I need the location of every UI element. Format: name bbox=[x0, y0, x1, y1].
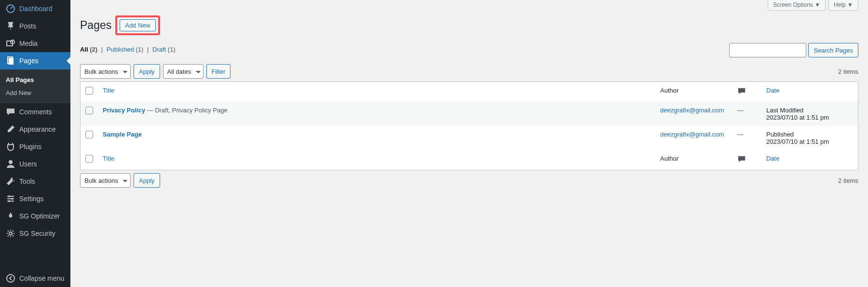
select-all-checkbox-foot[interactable] bbox=[85, 155, 93, 163]
col-author: Author bbox=[655, 82, 732, 102]
comment-bubble-icon bbox=[737, 155, 746, 164]
sidebar-label: SG Security bbox=[19, 230, 55, 237]
rocket-icon bbox=[6, 211, 15, 221]
status-filters: All (2) | Published (1) | Draft (1) bbox=[80, 46, 176, 53]
col-author-foot: Author bbox=[655, 150, 732, 170]
row-title-link[interactable]: Sample Page bbox=[103, 131, 142, 138]
svg-point-6 bbox=[8, 195, 10, 197]
svg-point-7 bbox=[11, 198, 13, 200]
search-button[interactable]: Search Pages bbox=[808, 43, 858, 57]
sidebar-item-pages[interactable]: Pages bbox=[0, 52, 70, 69]
search-row: Search Pages bbox=[729, 43, 858, 57]
item-count-bottom: 2 items bbox=[838, 177, 858, 184]
row-date: Published2023/07/10 at 1:51 pm bbox=[761, 126, 858, 150]
svg-point-9 bbox=[9, 232, 12, 235]
sidebar-label: Plugins bbox=[19, 143, 41, 150]
sidebar-item-comments[interactable]: Comments bbox=[0, 103, 70, 121]
select-all-checkbox[interactable] bbox=[85, 87, 93, 95]
sidebar-item-media[interactable]: Media bbox=[0, 35, 70, 52]
row-comments: — bbox=[732, 102, 761, 126]
help-button[interactable]: Help ▼ bbox=[828, 0, 858, 11]
svg-point-10 bbox=[7, 274, 14, 282]
brush-icon bbox=[6, 124, 15, 134]
add-new-highlight: Add New bbox=[115, 15, 160, 35]
sidebar-item-dashboard[interactable]: Dashboard bbox=[0, 0, 70, 17]
sidebar-label: Posts bbox=[19, 22, 36, 30]
wrench-icon bbox=[6, 177, 15, 186]
sidebar-label: Appearance bbox=[19, 125, 56, 133]
row-title-link[interactable]: Privacy Policy bbox=[103, 107, 145, 114]
bulk-actions-select-bottom[interactable]: Bulk actions bbox=[80, 173, 131, 188]
collapse-icon bbox=[6, 273, 15, 283]
search-input[interactable] bbox=[729, 43, 806, 57]
filter-all[interactable]: All (2) bbox=[80, 46, 97, 53]
topbar: Screen Options ▼ Help ▼ bbox=[80, 0, 858, 11]
comments-icon bbox=[6, 107, 15, 117]
page-title: Pages bbox=[80, 19, 111, 32]
apply-button[interactable]: Apply bbox=[134, 64, 160, 79]
sidebar-item-plugins[interactable]: Plugins bbox=[0, 138, 70, 155]
col-comments bbox=[732, 82, 761, 102]
dates-select[interactable]: All dates bbox=[163, 64, 203, 79]
filter-draft[interactable]: Draft (1) bbox=[152, 46, 176, 53]
bulk-actions-select[interactable]: Bulk actions bbox=[80, 64, 131, 79]
sidebar-label: Dashboard bbox=[19, 5, 53, 13]
row-meta: — Draft, Privacy Policy Page bbox=[145, 107, 228, 114]
sidebar-label: Comments bbox=[19, 108, 52, 116]
row-author-link[interactable]: deezgrafix@gmail.com bbox=[660, 107, 724, 114]
sidebar-sub-add-new[interactable]: Add New bbox=[0, 86, 70, 99]
sidebar-submenu: All Pages Add New bbox=[0, 69, 70, 103]
pages-icon bbox=[6, 56, 15, 66]
sidebar-label: Users bbox=[19, 160, 37, 168]
tablenav-bottom: Bulk actions Apply 2 items bbox=[80, 173, 858, 188]
add-new-button[interactable]: Add New bbox=[120, 19, 156, 31]
sidebar-label: Pages bbox=[19, 57, 39, 65]
admin-sidebar: Dashboard Posts Media Pages All Pages Ad… bbox=[0, 0, 70, 287]
svg-rect-4 bbox=[9, 58, 14, 65]
table-row: Sample Page deezgrafix@gmail.com — Publi… bbox=[81, 126, 858, 150]
gear-icon bbox=[6, 229, 15, 238]
main-content: Screen Options ▼ Help ▼ Pages Add New Al… bbox=[70, 0, 868, 287]
sidebar-label: Settings bbox=[19, 195, 44, 203]
row-author-link[interactable]: deezgrafix@gmail.com bbox=[660, 131, 724, 138]
svg-point-8 bbox=[8, 200, 10, 202]
tablenav-top: Bulk actions Apply All dates Filter 2 it… bbox=[80, 64, 858, 79]
plug-icon bbox=[6, 142, 15, 151]
row-comments: — bbox=[732, 126, 761, 150]
sidebar-item-tools[interactable]: Tools bbox=[0, 173, 70, 190]
col-date[interactable]: Date bbox=[761, 82, 858, 102]
apply-button-bottom[interactable]: Apply bbox=[134, 173, 160, 188]
filter-published[interactable]: Published (1) bbox=[107, 46, 144, 53]
page-header: Pages Add New bbox=[80, 15, 858, 35]
pages-table: Title Author Date Privacy Policy — Draft… bbox=[80, 82, 858, 170]
sidebar-item-users[interactable]: Users bbox=[0, 155, 70, 173]
item-count-top: 2 items bbox=[838, 68, 858, 75]
col-title[interactable]: Title bbox=[98, 82, 655, 102]
user-icon bbox=[6, 159, 15, 169]
dashboard-icon bbox=[6, 4, 15, 14]
sidebar-label: Tools bbox=[19, 178, 35, 185]
sidebar-item-sg-optimizer[interactable]: SG Optimizer bbox=[0, 207, 70, 225]
row-date: Last Modified2023/07/10 at 1:51 pm bbox=[761, 102, 858, 126]
sidebar-label: Media bbox=[19, 40, 38, 47]
sidebar-collapse[interactable]: Collapse menu bbox=[0, 270, 70, 287]
sidebar-item-settings[interactable]: Settings bbox=[0, 190, 70, 207]
svg-point-5 bbox=[9, 160, 13, 164]
sliders-icon bbox=[6, 194, 15, 204]
row-checkbox[interactable] bbox=[85, 107, 93, 114]
comment-bubble-icon bbox=[737, 87, 746, 96]
pin-icon bbox=[6, 21, 15, 31]
sidebar-label: Collapse menu bbox=[19, 274, 64, 282]
table-row: Privacy Policy — Draft, Privacy Policy P… bbox=[81, 102, 858, 126]
col-title-foot[interactable]: Title bbox=[98, 150, 655, 170]
sidebar-item-posts[interactable]: Posts bbox=[0, 17, 70, 35]
filter-button[interactable]: Filter bbox=[206, 64, 231, 79]
col-date-foot[interactable]: Date bbox=[761, 150, 858, 170]
sidebar-item-sg-security[interactable]: SG Security bbox=[0, 225, 70, 242]
row-checkbox[interactable] bbox=[85, 131, 93, 138]
col-comments-foot bbox=[732, 150, 761, 170]
screen-options-button[interactable]: Screen Options ▼ bbox=[768, 0, 826, 11]
sidebar-item-appearance[interactable]: Appearance bbox=[0, 121, 70, 138]
sidebar-sub-all-pages[interactable]: All Pages bbox=[0, 73, 70, 86]
media-icon bbox=[6, 39, 15, 48]
